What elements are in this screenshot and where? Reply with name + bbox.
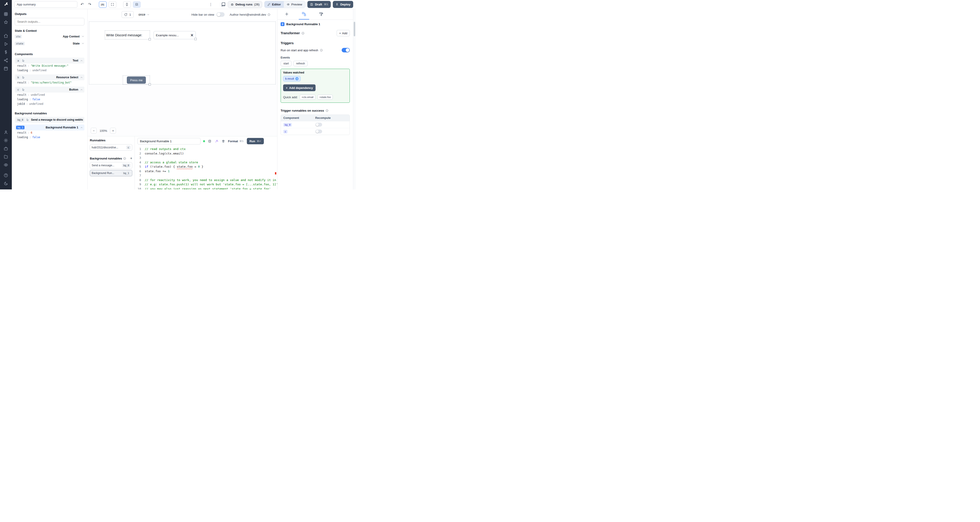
runnable-item[interactable]: hub/1511/discord/se... c (90, 144, 132, 151)
quick-add-chip[interactable]: +ctx.email (300, 95, 315, 100)
add-background-runnable-button[interactable]: + (130, 156, 132, 160)
scrollbar-thumb[interactable] (354, 22, 355, 36)
output-prop[interactable]: loading : false (15, 135, 84, 140)
user-icon[interactable] (4, 130, 8, 135)
watched-dependency-chip[interactable]: b.result ✕ (283, 76, 301, 81)
refresh-button[interactable]: 1 (122, 11, 134, 18)
chevron-up-icon[interactable] (80, 76, 83, 79)
audit-icon[interactable] (4, 163, 8, 167)
info-icon[interactable] (320, 49, 323, 52)
mobile-view-button[interactable] (123, 2, 131, 8)
app-canvas[interactable]: Write Discord message: Example resou... … (89, 22, 275, 84)
output-prop[interactable]: result : undefined (15, 92, 84, 97)
delete-runnable-button[interactable] (221, 139, 226, 143)
zoom-out-button[interactable]: − (91, 128, 97, 134)
deploy-button[interactable]: Deploy (333, 1, 353, 8)
output-component-b-header[interactable]: b Resource Select (15, 75, 84, 80)
redo-icon[interactable]: ↷ (87, 2, 92, 7)
output-prop[interactable]: loading : false (15, 97, 84, 102)
ctx-row[interactable]: ctx App Context (15, 33, 84, 40)
runs-icon[interactable] (4, 42, 8, 46)
run-button[interactable]: Run ⌘↵ (247, 138, 264, 144)
tab-component-settings[interactable] (299, 9, 309, 19)
theme-icon[interactable] (4, 181, 8, 186)
code-line[interactable]: 9// e.g: state.foo.push(1) will not work… (135, 182, 277, 187)
bg1-header[interactable]: bg_1 Background Runnable 1 (15, 124, 84, 130)
code-line[interactable]: 1// read outputs and ctx (135, 147, 277, 151)
add-transformer-button[interactable]: + Add (337, 30, 350, 36)
favorites-icon[interactable] (4, 20, 8, 24)
runnable-item[interactable]: Send a message... bg_0 (90, 162, 132, 169)
code-line[interactable]: 8// for reactivity to work, you need to … (135, 178, 277, 182)
more-menu-icon[interactable]: ⋮ (208, 2, 213, 6)
output-prop[interactable]: jobId : undefined (15, 102, 84, 106)
info-icon[interactable] (301, 32, 304, 35)
search-outputs-input[interactable] (15, 18, 84, 25)
app-summary-input[interactable] (14, 1, 77, 8)
tab-preview[interactable]: Preview (284, 1, 305, 8)
expand-grid-button[interactable] (109, 2, 116, 8)
code-line[interactable]: 2console.log(ctx.email) (135, 151, 277, 156)
folders-icon[interactable] (4, 154, 8, 159)
run-on-start-toggle[interactable] (342, 48, 350, 53)
chevron-up-icon[interactable] (80, 88, 83, 91)
code-line[interactable]: 5if (!state.foo) { state.foo = 0 } (135, 164, 277, 169)
runnable-item[interactable]: Background Run... bg_1 (90, 170, 132, 176)
code-area[interactable]: 1// read outputs and ctx2console.log(ctx… (135, 146, 277, 189)
add-dependency-button[interactable]: + Add dependency (283, 84, 315, 91)
workers-icon[interactable] (4, 146, 8, 151)
home-icon[interactable] (4, 33, 8, 38)
resize-handle[interactable] (194, 38, 197, 40)
output-component-c-header[interactable]: c Button (15, 87, 84, 92)
tab-insert-component[interactable] (282, 9, 292, 19)
output-prop[interactable]: loading : undefined (15, 68, 84, 73)
variables-icon[interactable] (4, 50, 8, 54)
tab-theme[interactable] (316, 9, 326, 19)
bg0-header[interactable]: bg_0 Send a message to discord using web… (15, 117, 84, 123)
resources-icon[interactable] (4, 58, 8, 63)
scrollbar[interactable] (353, 9, 356, 189)
schedule-dropdown[interactable]: once (138, 13, 150, 16)
resource-select-component[interactable]: Example resou... ✕ (154, 31, 196, 39)
docs-button[interactable] (221, 2, 226, 7)
event-chip[interactable]: refresh (293, 61, 308, 66)
chevron-up-icon[interactable] (80, 126, 83, 129)
ai-assistant-button[interactable] (215, 139, 219, 143)
undo-icon[interactable]: ↶ (80, 2, 85, 7)
remove-dependency-icon[interactable]: ✕ (295, 77, 299, 80)
zoom-in-button[interactable]: + (110, 128, 116, 134)
state-row[interactable]: state State (15, 40, 84, 46)
output-prop[interactable]: result : "$res:u/henri/testing_bot" (15, 80, 84, 85)
code-line[interactable]: 7 (135, 173, 277, 178)
code-line[interactable]: 4// access a global state store (135, 160, 277, 165)
recompute-toggle[interactable] (315, 123, 322, 127)
quick-add-chip[interactable]: +state.foo (317, 95, 333, 100)
align-components-button[interactable]: |0| (99, 2, 107, 8)
text-component[interactable]: Write Discord message: (105, 30, 150, 40)
hide-bar-toggle[interactable] (216, 12, 224, 17)
info-icon[interactable] (123, 157, 126, 160)
desktop-view-button[interactable] (133, 2, 141, 8)
press-me-button[interactable]: Press me (127, 76, 146, 84)
schedules-icon[interactable] (4, 66, 8, 71)
recompute-toggle[interactable] (315, 129, 322, 134)
button-component[interactable]: Press me (123, 76, 150, 84)
code-line[interactable]: 6state.foo += 1 (135, 169, 277, 173)
apps-icon[interactable] (4, 12, 8, 16)
code-line[interactable]: 10// you may also just reassign as next … (135, 187, 277, 189)
draft-button[interactable]: Draft ⌘S (307, 1, 331, 8)
output-component-a-header[interactable]: a Text (15, 57, 84, 64)
info-icon[interactable] (326, 109, 328, 112)
runnable-name-input[interactable] (137, 138, 200, 145)
output-prop[interactable]: result : 6 (15, 130, 84, 135)
output-prop[interactable]: result : "Write Discord message:" (15, 64, 84, 68)
resize-handle[interactable] (149, 83, 151, 86)
clear-selection-icon[interactable]: ✕ (191, 33, 194, 37)
windmill-logo-icon[interactable] (4, 2, 8, 6)
resize-handle[interactable] (149, 38, 151, 40)
help-icon[interactable] (4, 173, 8, 178)
debug-runs-button[interactable]: Debug runs (26) (228, 1, 262, 8)
settings-icon[interactable] (4, 138, 8, 143)
event-chip[interactable]: start (281, 61, 291, 66)
info-icon[interactable] (267, 13, 270, 16)
